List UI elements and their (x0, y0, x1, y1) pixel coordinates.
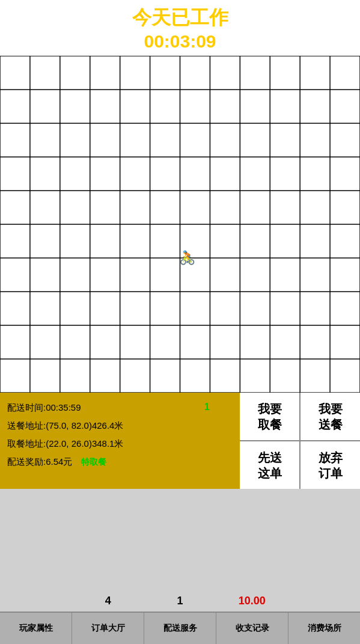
player-icon: 🚴 (179, 250, 195, 266)
count-slot-3: 1 (144, 595, 216, 607)
nav-player-attr[interactable]: 玩家属性 (0, 613, 72, 644)
page-title: 今天已工作 (0, 5, 360, 31)
nav-revenue-record[interactable]: 收支记录 (216, 613, 288, 644)
reward-label: 配送奖励:6.54元 (7, 456, 72, 467)
pickup-button[interactable]: 我要取餐 (240, 393, 299, 440)
nav-order-hall[interactable]: 订单大厅 (72, 613, 144, 644)
delivery-time: 配送时间:00:35:59 (7, 399, 233, 417)
timer-display: 00:03:09 (0, 31, 360, 52)
bottom-nav: 玩家属性 订单大厅 配送服务 收支记录 消费场所 (0, 612, 360, 644)
deliver-button[interactable]: 我要送餐 (301, 393, 360, 440)
grid-canvas (0, 56, 360, 393)
action-buttons: 我要取餐 我要送餐 先送这单 放弃订单 (240, 393, 360, 489)
deliver-first-button[interactable]: 先送这单 (240, 441, 299, 489)
bottom-bar: 4 1 10.00 玩家属性 订单大厅 配送服务 收支记录 消费场所 (0, 590, 360, 644)
count-slot-4: 10.00 (216, 595, 288, 607)
nav-consume-place[interactable]: 消费场所 (288, 613, 360, 644)
count-slot-2: 4 (72, 595, 144, 607)
info-panel: 配送时间:00:35:59 1 送餐地址:(75.0, 82.0)426.4米 … (0, 393, 360, 489)
special-tag: 特取餐 (81, 457, 106, 467)
abandon-button[interactable]: 放弃订单 (301, 441, 360, 489)
empty-area (0, 489, 360, 606)
delivery-address: 送餐地址:(75.0, 82.0)426.4米 (7, 417, 233, 435)
order-info: 配送时间:00:35:59 1 送餐地址:(75.0, 82.0)426.4米 … (0, 393, 240, 489)
pickup-address: 取餐地址:(22.0, 26.0)348.1米 (7, 435, 233, 453)
reward-info: 配送奖励:6.54元 特取餐 (7, 453, 233, 471)
nav-delivery-service[interactable]: 配送服务 (144, 613, 216, 644)
order-number: 1 (204, 397, 210, 417)
bottom-counts: 4 1 10.00 (0, 590, 360, 612)
game-map: 🚴 (0, 56, 360, 393)
header: 今天已工作 00:03:09 (0, 0, 360, 56)
